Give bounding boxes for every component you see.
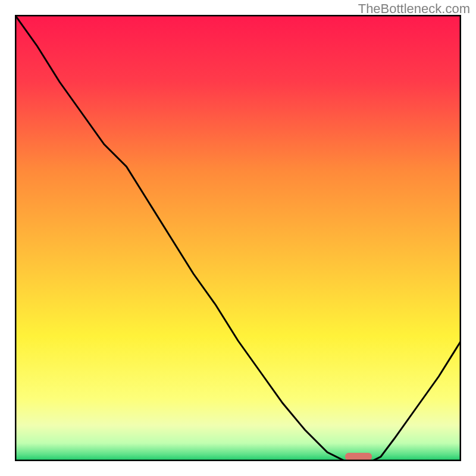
optimal-marker [345,453,372,461]
chart-container: TheBottleneck.com [0,0,476,476]
watermark-text: TheBottleneck.com [358,1,470,17]
gradient-background [15,15,461,461]
plot-area [15,15,461,461]
chart-svg [15,15,461,461]
